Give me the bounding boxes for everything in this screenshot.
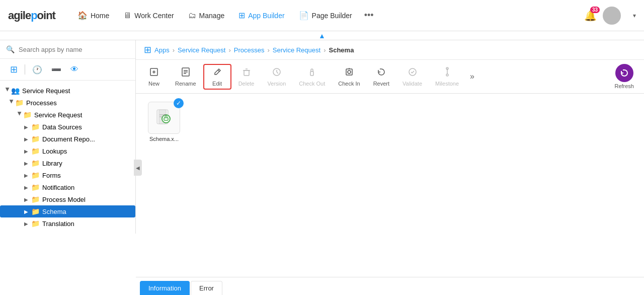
arrow-document-repo: ▶ [24,136,31,142]
edit-icon [212,67,222,80]
tab-error[interactable]: Error [191,281,222,295]
apps-icon: ⊞ [144,44,151,55]
nav-home[interactable]: 🏠 Home [71,8,115,23]
tree-item-lookups[interactable]: ▶ 📁 Lookups [0,145,135,157]
tree-label-notification: Notification [42,184,74,191]
tree-label-document-repo: Document Repo... [42,135,95,143]
new-icon [149,67,159,80]
toolbar-edit-button[interactable]: Edit [203,64,231,90]
breadcrumb-sep-2: › [228,46,230,54]
checkin-icon [344,67,354,80]
validate-icon [408,67,418,80]
pagebuilder-icon: 📄 [299,11,309,20]
arrow-process-model: ▶ [24,197,31,202]
toolbar-new-button[interactable]: New [140,64,168,90]
folder-process-model-icon: 📁 [31,195,40,203]
nav-manage[interactable]: 🗂 Manage [182,8,231,23]
breadcrumb-sep-1: › [173,46,175,54]
tree-item-translation[interactable]: ▶ 📁 Translation [0,217,135,230]
breadcrumb-sep-3: › [267,46,269,54]
toolbar-milestone-button[interactable]: Milestone [429,64,465,90]
appbuilder-icon: ⊞ [238,11,245,20]
nav-appbuilder[interactable]: ⊞ App Builder [232,8,290,23]
refresh-label: Refresh [614,83,634,89]
search-input[interactable] [19,46,129,53]
toolbar-rename-button[interactable]: Rename [169,64,202,90]
logo: agilepoint [8,9,55,22]
top-navigation: agilepoint 🏠 Home 🖥 Work Center 🗂 Manage… [0,0,644,31]
breadcrumb-processes[interactable]: Processes [234,46,265,54]
tree-label-forms: Forms [42,172,61,179]
nav-more-button[interactable]: ••• [360,7,378,24]
arrow-service-request: ▶ [17,111,23,118]
tree-item-service-request-root[interactable]: ▶ 👥 Service Request [0,85,135,97]
file-item-schema[interactable]: ✓ Schema.x... [144,102,184,142]
breadcrumb-sep-4: › [324,46,326,54]
svg-line-13 [277,72,278,73]
rename-icon [181,67,191,80]
toolbar-revert-button[interactable]: Revert [367,64,395,90]
folder-forms-icon: 📁 [31,171,40,179]
arrow-forms: ▶ [24,173,31,178]
svg-rect-14 [310,71,313,76]
sidebar-tab-grid[interactable]: ⊞ [6,62,22,77]
sidebar-tab-clock[interactable]: 🕐 [28,63,46,77]
notification-button[interactable]: 🔔 33 [584,10,597,22]
svg-point-19 [446,74,448,76]
tree-item-forms[interactable]: ▶ 📁 Forms [0,169,135,181]
tree-item-processes[interactable]: ▶ 📁 Processes [0,97,135,109]
tree-label-schema: Schema [42,208,66,215]
toolbar-version-button[interactable]: Version [262,64,292,90]
bottom-tabs: Information Error [136,277,644,295]
tree-item-schema[interactable]: ▶ 📁 Schema [0,205,135,217]
search-icon: 🔍 [6,45,15,53]
toolbar-refresh-button[interactable]: Refresh [608,62,640,91]
folder-translation-icon: 📁 [31,219,40,228]
breadcrumb: ⊞ Apps › Service Request › Processes › S… [136,40,644,60]
revert-icon [376,67,386,80]
tree-label-library: Library [42,160,62,167]
toolbar-checkout-button[interactable]: Check Out [293,64,331,90]
new-label: New [148,81,159,87]
tree-item-service-request[interactable]: ▶ 📁 Service Request [0,109,135,121]
version-label: Version [268,81,286,87]
tree-item-document-repo[interactable]: ▶ 📁 Document Repo... [0,133,135,145]
breadcrumb-service-request-2[interactable]: Service Request [273,46,320,54]
sidebar-tab-minus[interactable]: ➖ [47,63,65,77]
sidebar-tree: ▶ 👥 Service Request ▶ 📁 Processes ▶ 📁 Se… [0,81,135,234]
file-name-label: Schema.x... [149,136,179,142]
sidebar-collapse-button[interactable]: ◀ [134,160,142,176]
svg-rect-8 [244,70,249,76]
breadcrumb-service-request[interactable]: Service Request [178,46,225,54]
delete-icon [242,67,252,80]
folder-processes-icon: 📁 [15,99,24,107]
nav-home-label: Home [91,12,109,20]
toolbar-validate-button[interactable]: Validate [396,64,428,90]
sidebar-tab-eye[interactable]: 👁 [66,63,83,76]
nav-pagebuilder[interactable]: 📄 Page Builder [293,8,358,23]
svg-point-16 [348,70,351,73]
tree-item-notification[interactable]: ▶ 📁 Notification [0,181,135,193]
breadcrumb-schema: Schema [329,46,354,54]
tree-item-library[interactable]: ▶ 📁 Library [0,157,135,169]
toolbar-more-button[interactable]: » [466,70,478,83]
nav-collapse-bar[interactable]: ▲ [0,31,644,40]
breadcrumb-apps[interactable]: Apps [154,46,170,54]
milestone-label: Milestone [435,81,459,87]
nav-workcenter[interactable]: 🖥 Work Center [117,8,180,23]
version-icon [272,67,282,80]
tree-item-process-model[interactable]: ▶ 📁 Process Model [0,193,135,205]
folder-library-icon: 📁 [31,159,40,167]
tab-information[interactable]: Information [140,281,190,295]
delete-label: Delete [238,81,255,87]
toolbar-checkin-button[interactable]: Check In [332,64,366,90]
toolbar-delete-button[interactable]: Delete [232,64,261,90]
arrow-translation: ▶ [24,221,31,227]
user-chevron-icon[interactable]: ▾ [633,12,636,19]
svg-line-7 [218,70,219,71]
user-avatar [603,7,621,25]
tree-item-data-sources[interactable]: ▶ 📁 Data Sources [0,121,135,133]
refresh-circle [615,64,633,82]
tree-label: Service Request [22,87,70,95]
checkout-icon [307,67,317,80]
